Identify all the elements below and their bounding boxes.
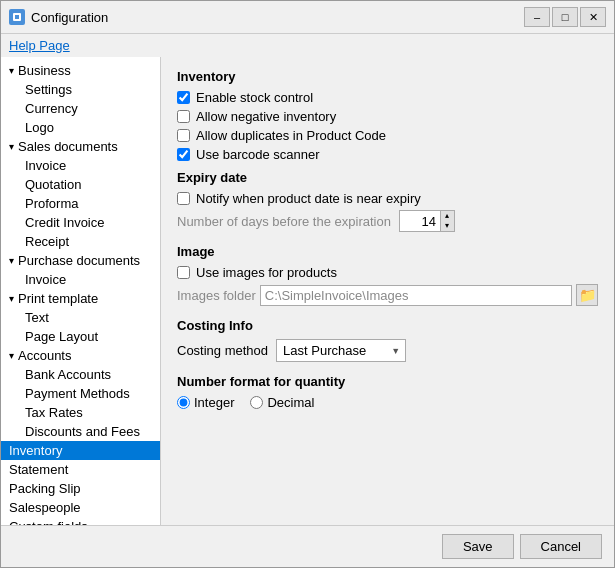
sidebar-item-logo[interactable]: Logo	[1, 118, 160, 137]
maximize-button[interactable]: □	[552, 7, 578, 27]
use-barcode-scanner-row: Use barcode scanner	[177, 147, 598, 162]
number-format-title: Number format for quantity	[177, 374, 598, 389]
allow-duplicates-checkbox[interactable]	[177, 129, 190, 142]
sidebar-item-credit-invoice[interactable]: Credit Invoice	[1, 213, 160, 232]
folder-row: Images folder 📁	[177, 284, 598, 306]
days-input-wrap: ▴ ▾	[399, 210, 455, 232]
decimal-radio-item: Decimal	[250, 395, 314, 410]
main-content: ▾ Business Settings Currency Logo ▾ Sale…	[1, 57, 614, 525]
expand-arrow-accounts: ▾	[9, 350, 14, 361]
spin-up-button[interactable]: ▴	[440, 211, 454, 221]
close-button[interactable]: ✕	[580, 7, 606, 27]
help-bar: Help Page	[1, 34, 614, 57]
footer: Save Cancel	[1, 525, 614, 567]
sidebar-label-print-template: Print template	[18, 291, 98, 306]
decimal-radio[interactable]	[250, 396, 263, 409]
window-title: Configuration	[31, 10, 518, 25]
window-controls: – □ ✕	[524, 7, 606, 27]
days-before-expiry-label: Number of days before the expiration	[177, 214, 391, 229]
use-images-row: Use images for products	[177, 265, 598, 280]
enable-stock-control-row: Enable stock control	[177, 90, 598, 105]
svg-rect-1	[15, 15, 19, 19]
days-input[interactable]	[400, 212, 440, 231]
sidebar-item-invoice-sales[interactable]: Invoice	[1, 156, 160, 175]
allow-duplicates-row: Allow duplicates in Product Code	[177, 128, 598, 143]
sidebar-item-sales-documents[interactable]: ▾ Sales documents	[1, 137, 160, 156]
sidebar-item-print-template[interactable]: ▾ Print template	[1, 289, 160, 308]
inventory-section-title: Inventory	[177, 69, 598, 84]
main-panel: Inventory Enable stock control Allow neg…	[161, 57, 614, 525]
sidebar-item-business[interactable]: ▾ Business	[1, 61, 160, 80]
image-section: Image Use images for products Images fol…	[177, 244, 598, 306]
sidebar-item-invoice-purchase[interactable]: Invoice	[1, 270, 160, 289]
integer-label: Integer	[194, 395, 234, 410]
sidebar-item-custom-fields[interactable]: Custom fields	[1, 517, 160, 525]
allow-duplicates-label: Allow duplicates in Product Code	[196, 128, 386, 143]
window-icon	[9, 9, 25, 25]
sidebar-item-discounts-fees[interactable]: Discounts and Fees	[1, 422, 160, 441]
folder-input[interactable]	[260, 285, 572, 306]
sidebar-label-business: Business	[18, 63, 71, 78]
sidebar-item-salespeople[interactable]: Salespeople	[1, 498, 160, 517]
sidebar-item-packing-slip[interactable]: Packing Slip	[1, 479, 160, 498]
allow-negative-inventory-checkbox[interactable]	[177, 110, 190, 123]
spin-down-button[interactable]: ▾	[440, 221, 454, 231]
sidebar-label-sales-documents: Sales documents	[18, 139, 118, 154]
costing-select-wrap: Last Purchase FIFO Average Cost	[276, 339, 406, 362]
title-bar: Configuration – □ ✕	[1, 1, 614, 34]
use-images-label: Use images for products	[196, 265, 337, 280]
costing-method-label: Costing method	[177, 343, 268, 358]
costing-method-select[interactable]: Last Purchase FIFO Average Cost	[276, 339, 406, 362]
expand-arrow-business: ▾	[9, 65, 14, 76]
allow-negative-inventory-label: Allow negative inventory	[196, 109, 336, 124]
days-before-expiry-row: Number of days before the expiration ▴ ▾	[177, 210, 598, 232]
sidebar-item-text[interactable]: Text	[1, 308, 160, 327]
number-format-row: Integer Decimal	[177, 395, 598, 410]
enable-stock-control-checkbox[interactable]	[177, 91, 190, 104]
sidebar-item-bank-accounts[interactable]: Bank Accounts	[1, 365, 160, 384]
sidebar-label-purchase-documents: Purchase documents	[18, 253, 140, 268]
notify-expiry-row: Notify when product date is near expiry	[177, 191, 598, 206]
sidebar-item-payment-methods[interactable]: Payment Methods	[1, 384, 160, 403]
cancel-button[interactable]: Cancel	[520, 534, 602, 559]
help-link[interactable]: Help Page	[9, 38, 70, 53]
notify-expiry-checkbox[interactable]	[177, 192, 190, 205]
sidebar-item-purchase-documents[interactable]: ▾ Purchase documents	[1, 251, 160, 270]
expiry-section: Expiry date Notify when product date is …	[177, 170, 598, 232]
costing-method-row: Costing method Last Purchase FIFO Averag…	[177, 339, 598, 362]
minimize-button[interactable]: –	[524, 7, 550, 27]
save-button[interactable]: Save	[442, 534, 514, 559]
allow-negative-inventory-row: Allow negative inventory	[177, 109, 598, 124]
decimal-label: Decimal	[267, 395, 314, 410]
notify-expiry-label: Notify when product date is near expiry	[196, 191, 421, 206]
sidebar-item-tax-rates[interactable]: Tax Rates	[1, 403, 160, 422]
spin-buttons: ▴ ▾	[440, 211, 454, 231]
use-barcode-scanner-checkbox[interactable]	[177, 148, 190, 161]
sidebar-label-accounts: Accounts	[18, 348, 71, 363]
sidebar-item-settings[interactable]: Settings	[1, 80, 160, 99]
sidebar-item-proforma[interactable]: Proforma	[1, 194, 160, 213]
expand-arrow-sales: ▾	[9, 141, 14, 152]
integer-radio-item: Integer	[177, 395, 234, 410]
sidebar-item-receipt[interactable]: Receipt	[1, 232, 160, 251]
expiry-section-title: Expiry date	[177, 170, 598, 185]
sidebar-item-quotation[interactable]: Quotation	[1, 175, 160, 194]
folder-browse-button[interactable]: 📁	[576, 284, 598, 306]
use-images-checkbox[interactable]	[177, 266, 190, 279]
costing-section-title: Costing Info	[177, 318, 598, 333]
sidebar-item-inventory[interactable]: Inventory	[1, 441, 160, 460]
enable-stock-control-label: Enable stock control	[196, 90, 313, 105]
configuration-window: Configuration – □ ✕ Help Page ▾ Business…	[0, 0, 615, 568]
sidebar-item-statement[interactable]: Statement	[1, 460, 160, 479]
sidebar-item-currency[interactable]: Currency	[1, 99, 160, 118]
folder-icon: 📁	[579, 287, 596, 303]
number-format-section: Number format for quantity Integer Decim…	[177, 374, 598, 410]
integer-radio[interactable]	[177, 396, 190, 409]
sidebar-item-page-layout[interactable]: Page Layout	[1, 327, 160, 346]
sidebar: ▾ Business Settings Currency Logo ▾ Sale…	[1, 57, 161, 525]
image-section-title: Image	[177, 244, 598, 259]
use-barcode-scanner-label: Use barcode scanner	[196, 147, 320, 162]
folder-label: Images folder	[177, 288, 256, 303]
costing-section: Costing Info Costing method Last Purchas…	[177, 318, 598, 362]
sidebar-item-accounts[interactable]: ▾ Accounts	[1, 346, 160, 365]
